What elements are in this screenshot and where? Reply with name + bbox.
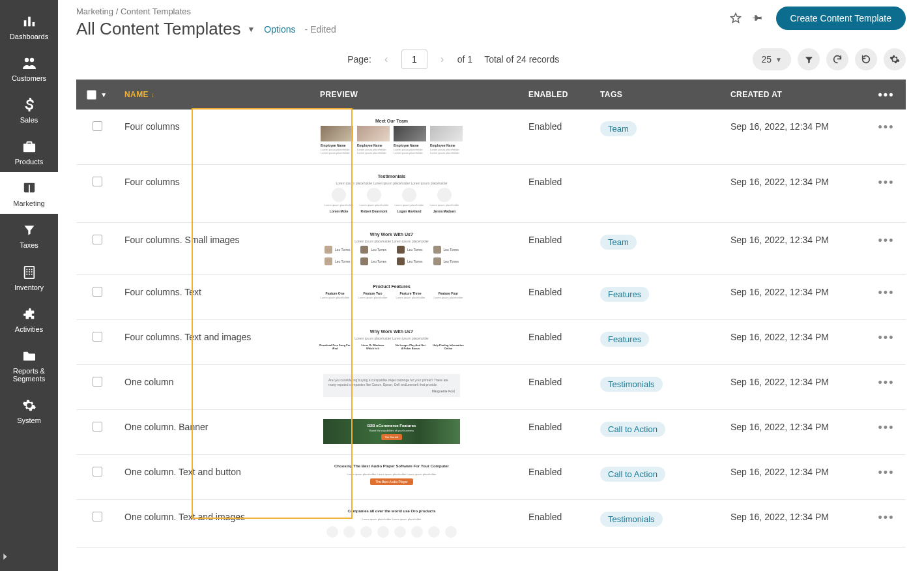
column-header-enabled[interactable]: ENABLED [522,80,594,110]
sidebar-collapse-button[interactable] [0,542,58,571]
sidebar-item-products[interactable]: Products [0,130,58,172]
pager-prev[interactable]: ‹ [379,53,394,65]
row-checkbox[interactable] [93,377,102,387]
sidebar-item-system[interactable]: System [0,389,58,431]
sidebar-item-label: System [17,417,41,424]
table-row[interactable]: Four columns. Text and images Why Work W… [76,320,906,365]
svg-point-4 [29,58,33,62]
title-dropdown-caret[interactable]: ▼ [247,25,255,34]
cell-created: Sep 16, 2022, 12:34 PM [724,320,867,365]
column-header-name[interactable]: NAME↓ [118,80,313,110]
reset-button[interactable] [855,48,877,70]
table-row[interactable]: Four columns. Text Product Features Feat… [76,275,906,320]
tag-badge[interactable]: Call to Action [600,467,665,482]
refresh-button[interactable] [826,48,848,70]
table-row[interactable]: Four columns. Small images Why Work With… [76,222,906,275]
row-checkbox[interactable] [93,287,102,297]
svg-rect-5 [23,183,34,185]
table-row[interactable]: One column Are you considering buying a … [76,365,906,410]
row-checkbox[interactable] [93,177,102,186]
svg-rect-2 [32,22,35,26]
pin-icon[interactable] [750,10,766,26]
cell-preview: Product Features Feature OneLorem ipsum … [313,275,522,320]
row-actions-menu[interactable]: ••• [878,177,895,188]
table-row[interactable]: One column. Text and images Companies al… [76,500,906,547]
settings-button[interactable] [884,48,906,70]
sidebar-item-taxes[interactable]: Taxes [0,214,58,256]
cell-tags: Testimonials [594,365,724,410]
sidebar-item-customers[interactable]: Customers [0,47,58,89]
sidebar-item-reports[interactable]: Reports & Segments [0,340,58,389]
sidebar-item-dashboards[interactable]: Dashboards [0,5,58,47]
cell-tags: Features [594,320,724,365]
table-row[interactable]: One column. Text and button Choosing The… [76,455,906,500]
row-checkbox[interactable] [93,422,102,432]
row-checkbox[interactable] [93,235,102,244]
cell-name: One column. Text and images [118,500,313,547]
star-icon[interactable] [728,10,744,26]
column-header-tags[interactable]: TAGS [594,80,724,110]
tag-badge[interactable]: Call to Action [600,422,665,437]
edited-label: - Edited [305,24,336,35]
tag-badge[interactable]: Testimonials [600,377,663,392]
page-size-selector[interactable]: 25 ▼ [753,48,791,70]
sidebar-item-label: Customers [12,74,46,82]
filter-button[interactable] [798,48,820,70]
tag-badge[interactable]: Features [600,332,649,347]
row-checkbox[interactable] [93,121,102,131]
row-actions-menu[interactable]: ••• [878,377,895,388]
cell-preview: B2B eCommerce FeaturesBoost the capabili… [313,410,522,455]
column-header-created[interactable]: CREATED AT [724,80,867,110]
options-link[interactable]: Options [264,24,295,35]
row-actions-menu[interactable]: ••• [878,332,895,344]
row-actions-menu[interactable]: ••• [878,512,895,523]
cell-enabled: Enabled [522,365,594,410]
row-actions-menu[interactable]: ••• [878,422,895,433]
tag-badge[interactable]: Features [600,287,649,302]
cell-name: Four columns. Small images [118,222,313,275]
cell-enabled: Enabled [522,320,594,365]
row-actions-menu[interactable]: ••• [878,467,895,478]
table-row[interactable]: One column. Banner B2B eCommerce Feature… [76,410,906,455]
table-row[interactable]: Four columns Meet Our Team Employee Name… [76,110,906,164]
sidebar-item-label: Marketing [13,199,44,207]
funnel-icon [21,222,38,239]
sidebar-item-sales[interactable]: Sales [0,89,58,130]
cell-created: Sep 16, 2022, 12:34 PM [724,164,867,222]
pager-page-input[interactable] [401,50,427,69]
sidebar-item-marketing[interactable]: Marketing [0,172,58,214]
create-content-template-button[interactable]: Create Content Template [776,7,906,30]
select-all-checkbox[interactable] [87,90,96,100]
book-icon [21,180,38,197]
sidebar-item-label: Sales [20,116,38,124]
tag-badge[interactable]: Team [600,235,637,250]
row-checkbox[interactable] [93,467,102,476]
sidebar-item-label: Activities [15,325,43,333]
row-checkbox[interactable] [93,332,102,342]
column-header-preview[interactable]: PREVIEW [313,80,522,110]
table-row[interactable]: Four columns TestimonialsLorem ipsum pla… [76,164,906,222]
svg-rect-15 [31,273,32,274]
tag-badge[interactable]: Testimonials [600,512,663,527]
cell-name: One column. Banner [118,410,313,455]
header-actions-menu[interactable]: ••• [878,89,895,100]
pager-next[interactable]: › [435,53,450,65]
select-all-header: ▼ [76,80,118,110]
svg-point-3 [24,58,28,62]
svg-rect-9 [31,269,32,270]
sidebar-item-inventory[interactable]: Inventory [0,256,58,298]
row-actions-menu[interactable]: ••• [878,235,895,246]
cell-name: Four columns. Text [118,275,313,320]
chevron-down-icon: ▼ [775,56,782,63]
sidebar-item-label: Reports & Segments [0,367,58,383]
sidebar-item-activities[interactable]: Activities [0,298,58,340]
sidebar-item-label: Inventory [14,284,44,291]
cell-created: Sep 16, 2022, 12:34 PM [724,365,867,410]
row-actions-menu[interactable]: ••• [878,121,895,133]
cell-tags: Call to Action [594,455,724,500]
row-actions-menu[interactable]: ••• [878,287,895,299]
breadcrumb[interactable]: Marketing / Content Templates [76,7,336,16]
row-checkbox[interactable] [93,512,102,521]
tag-badge[interactable]: Team [600,121,637,136]
select-all-dropdown[interactable]: ▼ [100,91,107,98]
